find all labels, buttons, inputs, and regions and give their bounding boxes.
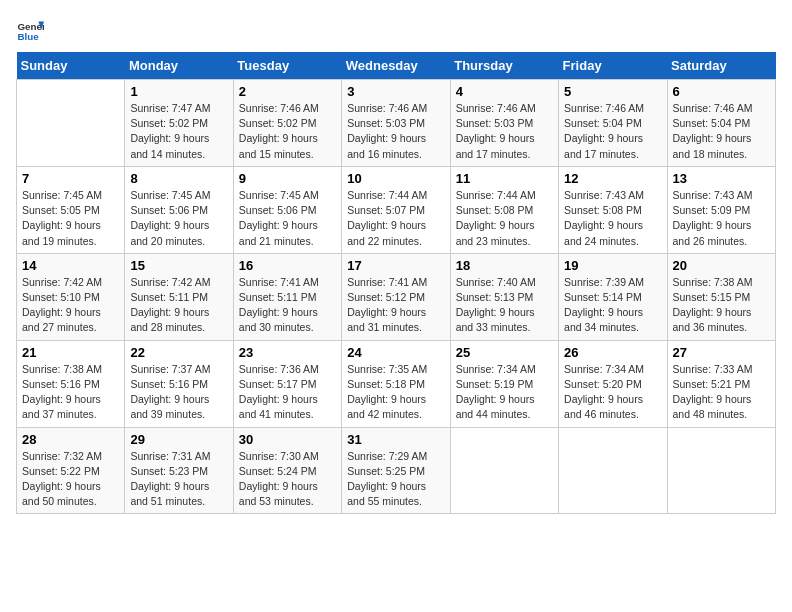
day-number: 14 <box>22 258 119 273</box>
calendar-cell: 22Sunrise: 7:37 AMSunset: 5:16 PMDayligh… <box>125 340 233 427</box>
calendar-cell: 18Sunrise: 7:40 AMSunset: 5:13 PMDayligh… <box>450 253 558 340</box>
day-info: Sunrise: 7:38 AMSunset: 5:16 PMDaylight:… <box>22 362 119 423</box>
calendar-cell: 24Sunrise: 7:35 AMSunset: 5:18 PMDayligh… <box>342 340 450 427</box>
calendar-cell: 5Sunrise: 7:46 AMSunset: 5:04 PMDaylight… <box>559 80 667 167</box>
day-number: 12 <box>564 171 661 186</box>
calendar-cell: 3Sunrise: 7:46 AMSunset: 5:03 PMDaylight… <box>342 80 450 167</box>
day-number: 3 <box>347 84 444 99</box>
calendar-cell: 14Sunrise: 7:42 AMSunset: 5:10 PMDayligh… <box>17 253 125 340</box>
calendar-cell: 31Sunrise: 7:29 AMSunset: 5:25 PMDayligh… <box>342 427 450 514</box>
calendar-cell: 28Sunrise: 7:32 AMSunset: 5:22 PMDayligh… <box>17 427 125 514</box>
calendar-cell: 1Sunrise: 7:47 AMSunset: 5:02 PMDaylight… <box>125 80 233 167</box>
day-info: Sunrise: 7:46 AMSunset: 5:04 PMDaylight:… <box>673 101 770 162</box>
calendar-cell: 21Sunrise: 7:38 AMSunset: 5:16 PMDayligh… <box>17 340 125 427</box>
calendar-cell: 8Sunrise: 7:45 AMSunset: 5:06 PMDaylight… <box>125 166 233 253</box>
day-info: Sunrise: 7:46 AMSunset: 5:03 PMDaylight:… <box>347 101 444 162</box>
calendar-cell <box>17 80 125 167</box>
day-number: 26 <box>564 345 661 360</box>
day-info: Sunrise: 7:31 AMSunset: 5:23 PMDaylight:… <box>130 449 227 510</box>
calendar-cell: 2Sunrise: 7:46 AMSunset: 5:02 PMDaylight… <box>233 80 341 167</box>
day-info: Sunrise: 7:39 AMSunset: 5:14 PMDaylight:… <box>564 275 661 336</box>
calendar-cell: 10Sunrise: 7:44 AMSunset: 5:07 PMDayligh… <box>342 166 450 253</box>
weekday-header-saturday: Saturday <box>667 52 775 80</box>
day-info: Sunrise: 7:46 AMSunset: 5:02 PMDaylight:… <box>239 101 336 162</box>
day-info: Sunrise: 7:35 AMSunset: 5:18 PMDaylight:… <box>347 362 444 423</box>
calendar-cell <box>667 427 775 514</box>
day-info: Sunrise: 7:46 AMSunset: 5:04 PMDaylight:… <box>564 101 661 162</box>
calendar-week-row: 21Sunrise: 7:38 AMSunset: 5:16 PMDayligh… <box>17 340 776 427</box>
calendar-cell <box>559 427 667 514</box>
calendar-cell: 13Sunrise: 7:43 AMSunset: 5:09 PMDayligh… <box>667 166 775 253</box>
calendar-cell: 29Sunrise: 7:31 AMSunset: 5:23 PMDayligh… <box>125 427 233 514</box>
day-info: Sunrise: 7:44 AMSunset: 5:08 PMDaylight:… <box>456 188 553 249</box>
day-number: 30 <box>239 432 336 447</box>
weekday-header-monday: Monday <box>125 52 233 80</box>
day-info: Sunrise: 7:34 AMSunset: 5:19 PMDaylight:… <box>456 362 553 423</box>
day-number: 8 <box>130 171 227 186</box>
day-number: 24 <box>347 345 444 360</box>
day-info: Sunrise: 7:47 AMSunset: 5:02 PMDaylight:… <box>130 101 227 162</box>
weekday-header-row: SundayMondayTuesdayWednesdayThursdayFrid… <box>17 52 776 80</box>
weekday-header-sunday: Sunday <box>17 52 125 80</box>
weekday-header-friday: Friday <box>559 52 667 80</box>
day-info: Sunrise: 7:40 AMSunset: 5:13 PMDaylight:… <box>456 275 553 336</box>
day-number: 18 <box>456 258 553 273</box>
day-number: 22 <box>130 345 227 360</box>
day-number: 13 <box>673 171 770 186</box>
day-info: Sunrise: 7:42 AMSunset: 5:10 PMDaylight:… <box>22 275 119 336</box>
day-number: 4 <box>456 84 553 99</box>
day-info: Sunrise: 7:29 AMSunset: 5:25 PMDaylight:… <box>347 449 444 510</box>
calendar-week-row: 1Sunrise: 7:47 AMSunset: 5:02 PMDaylight… <box>17 80 776 167</box>
logo-icon: General Blue <box>16 16 44 44</box>
day-number: 15 <box>130 258 227 273</box>
day-info: Sunrise: 7:33 AMSunset: 5:21 PMDaylight:… <box>673 362 770 423</box>
calendar-cell <box>450 427 558 514</box>
day-info: Sunrise: 7:43 AMSunset: 5:08 PMDaylight:… <box>564 188 661 249</box>
calendar-cell: 16Sunrise: 7:41 AMSunset: 5:11 PMDayligh… <box>233 253 341 340</box>
day-info: Sunrise: 7:37 AMSunset: 5:16 PMDaylight:… <box>130 362 227 423</box>
day-info: Sunrise: 7:36 AMSunset: 5:17 PMDaylight:… <box>239 362 336 423</box>
day-number: 7 <box>22 171 119 186</box>
day-info: Sunrise: 7:42 AMSunset: 5:11 PMDaylight:… <box>130 275 227 336</box>
day-number: 28 <box>22 432 119 447</box>
day-number: 11 <box>456 171 553 186</box>
day-number: 25 <box>456 345 553 360</box>
calendar-cell: 25Sunrise: 7:34 AMSunset: 5:19 PMDayligh… <box>450 340 558 427</box>
day-number: 20 <box>673 258 770 273</box>
weekday-header-wednesday: Wednesday <box>342 52 450 80</box>
svg-text:Blue: Blue <box>17 31 39 42</box>
calendar-cell: 30Sunrise: 7:30 AMSunset: 5:24 PMDayligh… <box>233 427 341 514</box>
calendar-cell: 27Sunrise: 7:33 AMSunset: 5:21 PMDayligh… <box>667 340 775 427</box>
day-info: Sunrise: 7:46 AMSunset: 5:03 PMDaylight:… <box>456 101 553 162</box>
day-number: 31 <box>347 432 444 447</box>
day-number: 1 <box>130 84 227 99</box>
day-info: Sunrise: 7:41 AMSunset: 5:12 PMDaylight:… <box>347 275 444 336</box>
calendar-cell: 23Sunrise: 7:36 AMSunset: 5:17 PMDayligh… <box>233 340 341 427</box>
calendar-week-row: 28Sunrise: 7:32 AMSunset: 5:22 PMDayligh… <box>17 427 776 514</box>
day-number: 19 <box>564 258 661 273</box>
day-info: Sunrise: 7:34 AMSunset: 5:20 PMDaylight:… <box>564 362 661 423</box>
day-number: 29 <box>130 432 227 447</box>
day-info: Sunrise: 7:41 AMSunset: 5:11 PMDaylight:… <box>239 275 336 336</box>
day-info: Sunrise: 7:45 AMSunset: 5:05 PMDaylight:… <box>22 188 119 249</box>
day-info: Sunrise: 7:43 AMSunset: 5:09 PMDaylight:… <box>673 188 770 249</box>
calendar-table: SundayMondayTuesdayWednesdayThursdayFrid… <box>16 52 776 514</box>
day-number: 10 <box>347 171 444 186</box>
day-number: 5 <box>564 84 661 99</box>
page-header: General Blue <box>16 16 776 44</box>
calendar-cell: 15Sunrise: 7:42 AMSunset: 5:11 PMDayligh… <box>125 253 233 340</box>
calendar-week-row: 7Sunrise: 7:45 AMSunset: 5:05 PMDaylight… <box>17 166 776 253</box>
day-number: 2 <box>239 84 336 99</box>
weekday-header-tuesday: Tuesday <box>233 52 341 80</box>
calendar-cell: 9Sunrise: 7:45 AMSunset: 5:06 PMDaylight… <box>233 166 341 253</box>
calendar-cell: 20Sunrise: 7:38 AMSunset: 5:15 PMDayligh… <box>667 253 775 340</box>
day-info: Sunrise: 7:44 AMSunset: 5:07 PMDaylight:… <box>347 188 444 249</box>
calendar-cell: 4Sunrise: 7:46 AMSunset: 5:03 PMDaylight… <box>450 80 558 167</box>
calendar-cell: 26Sunrise: 7:34 AMSunset: 5:20 PMDayligh… <box>559 340 667 427</box>
day-info: Sunrise: 7:45 AMSunset: 5:06 PMDaylight:… <box>130 188 227 249</box>
calendar-cell: 7Sunrise: 7:45 AMSunset: 5:05 PMDaylight… <box>17 166 125 253</box>
logo: General Blue <box>16 16 44 44</box>
day-number: 27 <box>673 345 770 360</box>
weekday-header-thursday: Thursday <box>450 52 558 80</box>
calendar-cell: 19Sunrise: 7:39 AMSunset: 5:14 PMDayligh… <box>559 253 667 340</box>
